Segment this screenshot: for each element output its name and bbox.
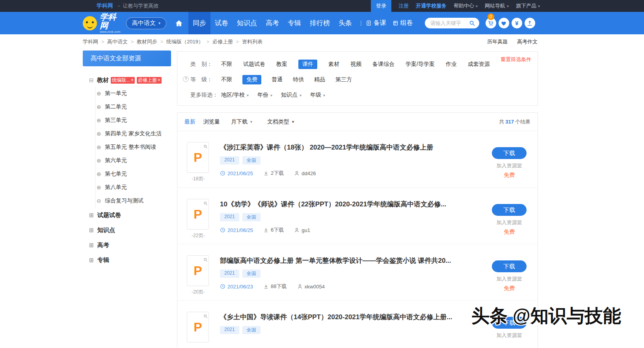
cart-icon[interactable]: 0: [486, 18, 496, 28]
tree-expand-icon[interactable]: ⊕: [97, 131, 102, 137]
zujuan-tool-link[interactable]: 组卷: [393, 19, 413, 27]
upload-icon[interactable]: [525, 18, 535, 28]
sort-tab-views[interactable]: 浏览量: [203, 118, 220, 125]
doc-type-dropdown[interactable]: 文档类型▼: [267, 118, 295, 125]
edition-filter-tag[interactable]: 统编版... ×: [111, 77, 135, 84]
register-link[interactable]: 注册: [398, 2, 409, 9]
tree-expand-icon[interactable]: ⊕: [97, 171, 102, 177]
ppt-thumbnail[interactable]: P: [187, 312, 209, 342]
level-option-normal[interactable]: 普通: [272, 76, 283, 83]
grade-dropdown[interactable]: 年级▾: [310, 92, 325, 99]
add-to-basket-link[interactable]: 加入资源篮: [487, 219, 531, 226]
sidebar-item-zhishidian[interactable]: ⊞知识点: [83, 223, 171, 238]
tree-expand-icon[interactable]: ⊞: [89, 242, 95, 248]
tree-expand-icon[interactable]: ⊕: [97, 144, 102, 150]
category-option-prep[interactable]: 备课综合: [372, 61, 395, 68]
preview-zoom-icon[interactable]: [203, 143, 208, 150]
search-icon[interactable]: [469, 20, 476, 26]
preview-zoom-icon[interactable]: [203, 256, 208, 264]
nav-tab-paihangbang[interactable]: 排行榜: [305, 12, 334, 34]
category-option-papers[interactable]: 试题试卷: [243, 61, 265, 68]
sidebar-item-review[interactable]: ⊖综合复习与测试: [95, 194, 171, 208]
beike-tool-link[interactable]: 备课: [366, 19, 386, 27]
tree-expand-icon[interactable]: ⊕: [97, 104, 102, 110]
products-menu[interactable]: 旗下产品 ▾: [516, 2, 540, 9]
download-button[interactable]: 下载: [492, 260, 527, 272]
past-papers-link[interactable]: 历年真题: [487, 38, 508, 45]
category-option-courseware-selected[interactable]: 课件: [298, 60, 317, 69]
sidebar-item-unit-2[interactable]: ⊕第二单元: [95, 100, 171, 114]
tree-expand-icon[interactable]: ⊞: [89, 257, 95, 263]
resource-title-link[interactable]: 《乡土中国》导读课件（14张PPT）2020-2021学年统编版高中语文必修上册…: [220, 312, 487, 322]
tree-collapse-icon[interactable]: ⊖: [97, 198, 102, 204]
nav-tab-tongbu[interactable]: 同步: [188, 12, 210, 34]
breadcrumb-item-sync[interactable]: 教材同步: [137, 38, 157, 45]
close-icon[interactable]: ×: [158, 77, 160, 83]
breadcrumb-item-subject[interactable]: 高中语文: [107, 38, 128, 45]
favorites-heart-icon[interactable]: [499, 18, 509, 28]
site-logo[interactable]: 学科网 www.zxxk.com: [83, 13, 122, 34]
region-school-dropdown[interactable]: 地区/学校▾: [221, 92, 249, 99]
sidebar-item-unit-5[interactable]: ⊕第五单元 整本书阅读: [95, 140, 171, 154]
resource-title-link[interactable]: 10《劝学》《师说》课件（22张PPT）2020-2021学年统编版高中语文必修…: [220, 200, 487, 209]
download-button[interactable]: 下载: [492, 147, 527, 159]
tree-expand-icon[interactable]: ⊞: [89, 212, 95, 218]
breadcrumb-item-list[interactable]: 资料列表: [242, 38, 262, 45]
site-nav-menu[interactable]: 网站导航 ▾: [485, 2, 509, 9]
uploader-link[interactable]: xkw0054: [297, 284, 325, 290]
resource-title-link[interactable]: 《涉江采芙蓉》课件（18张） 2020—2021学年统编版高中语文必修上册: [220, 143, 487, 152]
category-option-study-plan[interactable]: 学案/导学案: [406, 61, 435, 68]
close-icon[interactable]: ×: [131, 77, 134, 83]
category-option-material[interactable]: 素材: [328, 61, 339, 68]
tree-expand-icon[interactable]: ⊕: [97, 118, 102, 123]
add-to-basket-link[interactable]: 加入资源篮: [487, 275, 531, 283]
home-icon[interactable]: [175, 19, 183, 27]
sidebar-item-unit-8[interactable]: ⊕第八单元: [95, 181, 171, 194]
category-option-lesson-plan[interactable]: 教案: [276, 61, 287, 68]
category-option-unlimited[interactable]: 不限: [221, 61, 232, 68]
resource-title-link[interactable]: 部编版高中语文必修上册 第一单元整体教学设计——学会鉴赏小说 课件共20...: [220, 256, 487, 265]
sidebar-item-material[interactable]: ⊟ 教材 统编版... × 必修上册 ×: [83, 73, 171, 87]
category-option-homework[interactable]: 作业: [446, 61, 457, 68]
knowledge-dropdown[interactable]: 知识点▾: [281, 92, 302, 99]
subject-select[interactable]: 高中语文 ▾: [126, 17, 166, 29]
download-button[interactable]: 下载: [492, 204, 527, 216]
monthly-downloads-dropdown[interactable]: 月下载▼: [231, 118, 253, 125]
sort-tab-newest[interactable]: 最新: [184, 118, 195, 125]
tree-expand-icon[interactable]: ⊞: [89, 227, 95, 233]
sidebar-item-unit-4[interactable]: ⊕第四单元 家乡文化生活: [95, 127, 171, 140]
level-option-free-selected[interactable]: 免费: [242, 75, 261, 84]
sidebar-item-unit-1[interactable]: ⊕第一单元: [95, 87, 171, 100]
nav-tab-zhuanji[interactable]: 专辑: [283, 12, 305, 34]
add-to-basket-link[interactable]: 加入资源篮: [487, 332, 531, 339]
book-filter-tag[interactable]: 必修上册 ×: [137, 77, 162, 84]
uploader-link[interactable]: dd426: [294, 170, 316, 176]
level-option-special[interactable]: 特供: [293, 76, 304, 83]
help-icon[interactable]: ?: [183, 76, 189, 82]
uploader-link[interactable]: gu1: [294, 227, 310, 233]
sidebar-item-shitishijuan[interactable]: ⊞试题试卷: [83, 208, 171, 223]
coin-yen-icon[interactable]: ¥: [512, 18, 522, 28]
nav-tab-toutiao[interactable]: 头条: [334, 12, 356, 34]
nav-tab-shijuan[interactable]: 试卷: [210, 12, 233, 34]
preview-zoom-icon[interactable]: [203, 200, 208, 207]
nav-tab-gaokao[interactable]: 高考: [261, 12, 283, 34]
category-option-video[interactable]: 视频: [350, 61, 361, 68]
level-option-premium[interactable]: 精品: [314, 76, 325, 83]
ppt-thumbnail[interactable]: P: [187, 199, 209, 230]
ppt-thumbnail[interactable]: P: [187, 142, 209, 173]
tree-expand-icon[interactable]: ⊕: [97, 158, 102, 163]
breadcrumb-item-home[interactable]: 学科网: [83, 38, 98, 45]
preview-zoom-icon[interactable]: [203, 313, 208, 320]
gaokao-essay-link[interactable]: 高考作文: [517, 38, 538, 45]
category-option-bundle[interactable]: 成套资源: [468, 61, 490, 68]
sidebar-item-unit-3[interactable]: ⊕第三单元: [95, 114, 171, 127]
tree-expand-icon[interactable]: ⊕: [97, 185, 102, 190]
level-option-unlimited[interactable]: 不限: [221, 76, 232, 83]
site-brand[interactable]: 学科网: [97, 2, 113, 9]
sidebar-item-unit-7[interactable]: ⊕第七单元: [95, 167, 171, 181]
sidebar-item-unit-6[interactable]: ⊕第六单元: [95, 154, 171, 167]
help-center-menu[interactable]: 帮助中心 ▾: [454, 2, 478, 9]
tree-expand-icon[interactable]: ⊕: [97, 91, 102, 96]
breadcrumb-item-book[interactable]: 必修上册: [212, 38, 233, 45]
